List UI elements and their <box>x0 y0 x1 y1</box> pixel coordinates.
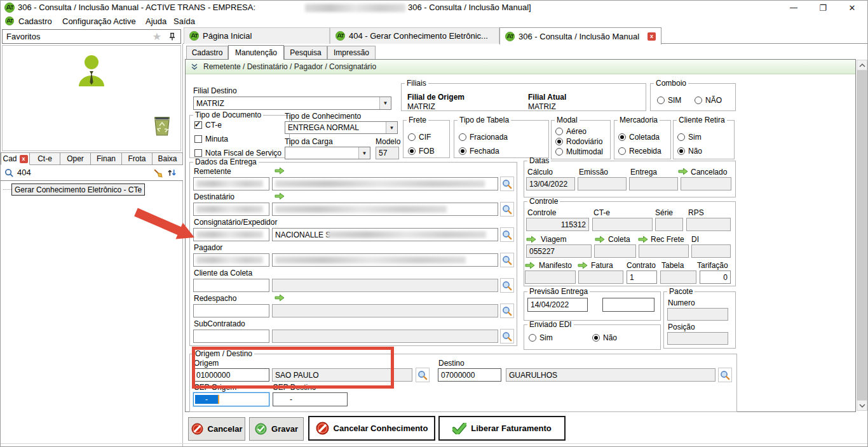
cliente-coleta-search-button[interactable] <box>500 278 514 293</box>
remetente-name-field[interactable] <box>272 177 498 190</box>
subcontratado-code-field[interactable] <box>193 330 269 343</box>
close-icon[interactable]: ✕ <box>838 1 866 15</box>
destino-search-button[interactable] <box>718 368 732 382</box>
close-tab-icon[interactable]: x <box>20 155 28 163</box>
emissao-field[interactable] <box>578 177 627 190</box>
destino-code-field[interactable]: 07000000 <box>438 368 501 382</box>
form-tab-manutencao[interactable]: Manutenção <box>228 45 284 60</box>
comboio-sim-radio[interactable]: SIM <box>657 96 681 105</box>
sidebar-tab-baixa[interactable]: Baixa <box>153 152 183 165</box>
nota-fiscal-servico-checkbox[interactable]: Nota Fiscal de Serviço <box>194 149 281 157</box>
tab-pagina-inicial[interactable]: Página Inicial <box>184 27 330 44</box>
contrato-field[interactable]: 1 <box>627 270 657 284</box>
edi-sim-radio[interactable]: Sim <box>529 333 553 342</box>
comboio-nao-radio[interactable]: NÃO <box>695 96 722 105</box>
redespacho-link-arrow-icon[interactable] <box>275 294 285 302</box>
sidebar-tab-finan[interactable]: Finan <box>91 152 122 165</box>
viagem-field[interactable]: 055227 <box>526 244 592 258</box>
pin-icon[interactable] <box>168 32 177 41</box>
rec-frete-field[interactable] <box>639 244 689 258</box>
sort-icon[interactable] <box>167 168 177 177</box>
manifesto-field[interactable] <box>525 270 576 284</box>
sidebar-tab-cte[interactable]: Ct-e <box>30 152 60 165</box>
section-header[interactable]: Remetente / Destinatário / Pagador / Con… <box>186 60 855 74</box>
pagador-name-field[interactable] <box>272 253 498 267</box>
consignatario-search-button[interactable] <box>500 227 514 242</box>
frete-fob-radio[interactable]: FOB <box>408 147 435 156</box>
dropdown-arrow-icon[interactable]: ▼ <box>379 97 391 109</box>
pagador-search-button[interactable] <box>500 253 514 267</box>
modal-aereo-radio[interactable]: Aéreo <box>555 127 587 136</box>
destinatario-code-field[interactable] <box>193 203 269 216</box>
controle-field[interactable]: 115312 <box>526 218 589 231</box>
form-tab-cadastro[interactable]: Cadastro <box>186 46 228 59</box>
tab-306-consulta-inclusao[interactable]: 306 - Consulta / Inclusão Manual x <box>499 27 661 44</box>
minimize-icon[interactable]: — <box>780 1 808 15</box>
destinatario-search-button[interactable] <box>500 202 514 217</box>
rps-field[interactable] <box>686 218 731 231</box>
mercadoria-coletada-radio[interactable]: Coletada <box>618 133 660 142</box>
cliente-coleta-code-field[interactable] <box>193 279 269 292</box>
destinatario-link-arrow-icon[interactable] <box>275 192 285 200</box>
origem-search-button[interactable] <box>416 368 430 382</box>
tarifacao-field[interactable]: 0 <box>700 270 731 284</box>
redespacho-code-field[interactable] <box>193 304 269 317</box>
chevron-double-down-icon[interactable] <box>191 63 198 70</box>
cliente-retira-sim-radio[interactable]: Sim <box>677 133 702 142</box>
tree-item-gerar-conhecimento[interactable]: Gerar Conhecimento Eletrônico - CTe <box>11 183 145 196</box>
menu-item-configuracao-active[interactable]: Configuração Active <box>62 17 136 25</box>
cte-field[interactable] <box>592 218 653 231</box>
viagem-link-arrow-icon[interactable] <box>526 236 536 243</box>
recycle-bin-icon[interactable] <box>153 114 172 136</box>
dropdown-arrow-icon[interactable]: ▼ <box>386 122 397 133</box>
star-icon[interactable]: ★ <box>153 32 161 42</box>
tipo-conhecimento-select[interactable]: ENTREGA NORMAL ▼ <box>285 121 398 134</box>
tab-404-gerar-conhecimento[interactable]: 404 - Gerar Conhecimento Eletrônic... <box>330 27 499 44</box>
manifesto-link-arrow-icon[interactable] <box>525 262 535 269</box>
gravar-button[interactable]: Gravar <box>249 417 304 441</box>
coleta-field[interactable] <box>594 244 636 258</box>
sidebar-tab-cad[interactable]: Cad x <box>1 152 30 165</box>
search-input[interactable]: 404 <box>17 168 31 177</box>
remetente-link-arrow-icon[interactable] <box>275 167 285 175</box>
vertical-scrollbar[interactable] <box>857 60 867 411</box>
previsao-entrega-date-field[interactable]: 14/04/2022 <box>527 298 588 312</box>
frete-cif-radio[interactable]: CIF <box>408 133 431 142</box>
di-field[interactable] <box>691 244 731 258</box>
liberar-faturamento-button[interactable]: Liberar Faturamento <box>438 416 566 441</box>
menu-item-cadastro[interactable]: Cadastro <box>18 17 52 25</box>
form-tab-impressao[interactable]: Impressão <box>327 46 376 59</box>
menu-item-ajuda[interactable]: Ajuda <box>146 17 166 25</box>
entrega-field[interactable] <box>629 177 678 190</box>
remetente-search-button[interactable] <box>500 177 514 191</box>
coleta-link-arrow-icon[interactable] <box>595 236 605 243</box>
scroll-down-icon[interactable] <box>857 400 867 411</box>
modal-multimodal-radio[interactable]: Multimodal <box>555 147 603 156</box>
destinatario-name-field[interactable] <box>272 203 498 216</box>
modal-rodoviario-radio[interactable]: Rodoviário <box>555 137 602 146</box>
tabela-fracionada-radio[interactable]: Fracionada <box>459 133 508 142</box>
consignatario-code-field[interactable] <box>193 228 269 241</box>
cancelar-conhecimento-button[interactable]: Cancelar Conhecimento <box>308 416 435 441</box>
consignatario-name-field[interactable]: NACIONALLE S <box>272 228 498 241</box>
origem-code-field[interactable]: 01000000 <box>193 368 269 382</box>
cep-origem-field[interactable]: - <box>193 392 269 406</box>
previsao-entrega-time-field[interactable] <box>602 298 654 312</box>
pacote-numero-field[interactable] <box>667 308 728 321</box>
cancelar-button[interactable]: Cancelar <box>188 417 245 441</box>
minuta-checkbox[interactable]: Minuta <box>194 135 228 143</box>
edi-nao-radio[interactable]: Não <box>592 333 617 342</box>
sidebar-tab-oper[interactable]: Oper <box>60 152 91 165</box>
scroll-up-icon[interactable] <box>857 60 867 70</box>
fatura-field[interactable] <box>578 270 623 284</box>
pacote-posicao-field[interactable] <box>667 332 728 345</box>
mercadoria-recebida-radio[interactable]: Recebida <box>618 147 661 156</box>
menu-item-saida[interactable]: Saída <box>173 17 195 25</box>
cancelado-link-arrow-icon[interactable] <box>678 168 688 175</box>
dropdown-arrow-icon[interactable]: ▼ <box>358 147 370 159</box>
cep-destino-field[interactable]: - <box>273 392 348 406</box>
clear-filter-broom-icon[interactable] <box>153 168 163 178</box>
subcontratado-search-button[interactable] <box>500 329 514 344</box>
serie-field[interactable] <box>655 218 683 231</box>
cliente-retira-nao-radio[interactable]: Não <box>677 147 702 156</box>
